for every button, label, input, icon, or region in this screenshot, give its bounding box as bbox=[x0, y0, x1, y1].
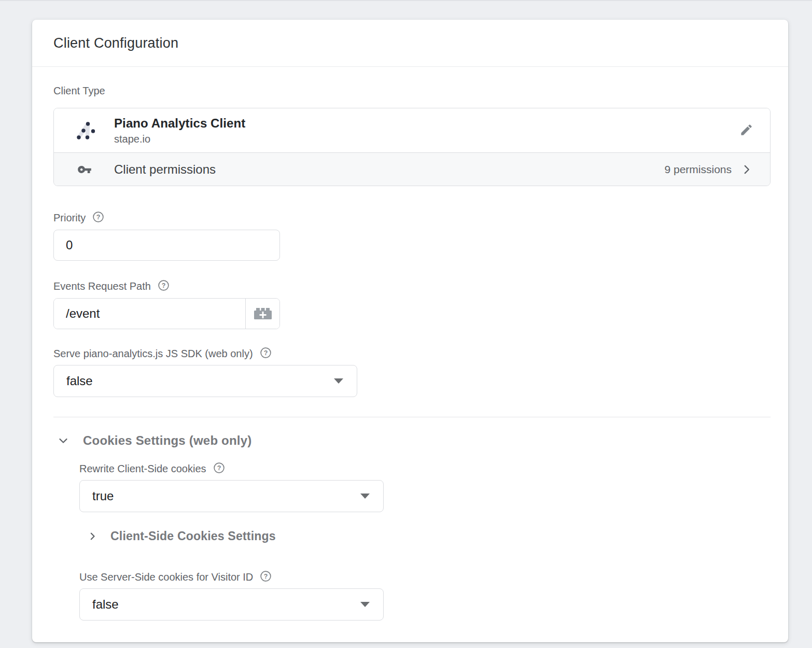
svg-text:?: ? bbox=[162, 282, 166, 289]
cookies-settings-content: Rewrite Client-Side cookies ? true bbox=[53, 462, 771, 621]
chevron-down-icon bbox=[57, 434, 69, 447]
key-icon bbox=[77, 162, 92, 177]
client-side-cookies-settings-title: Client-Side Cookies Settings bbox=[110, 529, 276, 543]
server-side-visitor-id-select[interactable]: false bbox=[79, 588, 384, 621]
help-icon: ? bbox=[158, 279, 170, 293]
rewrite-cookies-label-row: Rewrite Client-Side cookies ? bbox=[79, 462, 771, 475]
server-side-visitor-id-label: Use Server-Side cookies for Visitor ID bbox=[79, 571, 253, 583]
card-header: Client Configuration bbox=[32, 20, 788, 67]
client-type-name: Piano Analytics Client bbox=[114, 116, 245, 131]
rewrite-cookies-select[interactable]: true bbox=[79, 480, 384, 512]
cookies-settings-title: Cookies Settings (web only) bbox=[83, 433, 251, 448]
client-type-text: Piano Analytics Client stape.io bbox=[114, 116, 245, 145]
rewrite-cookies-help-button[interactable]: ? bbox=[213, 462, 225, 475]
card-body: Client Type Piano Analytics Client bbox=[32, 85, 788, 642]
client-type-row: Piano Analytics Client stape.io bbox=[54, 108, 770, 152]
serve-js-sdk-value: false bbox=[66, 374, 93, 388]
insert-variable-button[interactable] bbox=[245, 299, 279, 329]
serve-js-sdk-select[interactable]: false bbox=[53, 365, 357, 397]
client-configuration-card: Client Configuration Client Type bbox=[32, 20, 788, 642]
client-type-card: Piano Analytics Client stape.io bbox=[53, 108, 771, 186]
client-side-cookies-settings-toggle[interactable]: Client-Side Cookies Settings bbox=[79, 529, 771, 543]
rewrite-cookies-value: true bbox=[92, 489, 114, 503]
dropdown-arrow-icon bbox=[360, 602, 370, 607]
svg-text:?: ? bbox=[264, 573, 268, 580]
dropdown-arrow-icon bbox=[360, 494, 370, 499]
svg-text:?: ? bbox=[96, 214, 101, 221]
permissions-count: 9 permissions bbox=[664, 163, 732, 176]
page-title: Client Configuration bbox=[53, 35, 178, 51]
chevron-right-icon bbox=[740, 163, 753, 176]
section-divider bbox=[53, 417, 771, 417]
edit-client-type-button[interactable] bbox=[737, 121, 755, 140]
cookies-settings-section-toggle[interactable]: Cookies Settings (web only) bbox=[53, 433, 771, 448]
server-side-visitor-id-help-button[interactable]: ? bbox=[260, 570, 272, 584]
events-request-path-group bbox=[53, 298, 280, 329]
piano-analytics-logo-icon bbox=[73, 118, 98, 143]
pencil-icon bbox=[739, 123, 753, 138]
client-permissions-row[interactable]: Client permissions 9 permissions bbox=[54, 152, 770, 186]
client-type-vendor: stape.io bbox=[114, 133, 245, 145]
svg-text:?: ? bbox=[217, 464, 221, 472]
serve-js-sdk-label: Serve piano-analytics.js JS SDK (web onl… bbox=[53, 348, 253, 360]
serve-js-sdk-label-row: Serve piano-analytics.js JS SDK (web onl… bbox=[53, 347, 771, 360]
server-side-visitor-id-value: false bbox=[92, 597, 119, 612]
priority-help-button[interactable]: ? bbox=[92, 211, 104, 224]
dropdown-arrow-icon bbox=[334, 378, 343, 384]
events-request-path-help-button[interactable]: ? bbox=[158, 279, 170, 293]
events-request-path-label: Events Request Path bbox=[53, 280, 151, 292]
priority-label-row: Priority ? bbox=[53, 211, 771, 224]
server-side-visitor-id-label-row: Use Server-Side cookies for Visitor ID ? bbox=[79, 570, 771, 584]
variable-brick-icon bbox=[253, 305, 273, 322]
client-permissions-label: Client permissions bbox=[114, 162, 216, 177]
priority-label: Priority bbox=[53, 212, 86, 224]
help-icon: ? bbox=[92, 211, 104, 224]
top-divider bbox=[0, 0, 812, 1]
serve-js-sdk-help-button[interactable]: ? bbox=[260, 347, 272, 360]
help-icon: ? bbox=[213, 462, 225, 475]
help-icon: ? bbox=[260, 570, 272, 584]
events-request-path-label-row: Events Request Path ? bbox=[53, 279, 771, 293]
svg-text:?: ? bbox=[263, 349, 268, 357]
client-type-label: Client Type bbox=[53, 85, 771, 97]
chevron-right-icon bbox=[87, 531, 98, 542]
rewrite-cookies-label: Rewrite Client-Side cookies bbox=[79, 463, 206, 475]
help-icon: ? bbox=[260, 347, 272, 360]
priority-input[interactable] bbox=[53, 230, 280, 261]
events-request-path-input[interactable] bbox=[54, 299, 245, 329]
